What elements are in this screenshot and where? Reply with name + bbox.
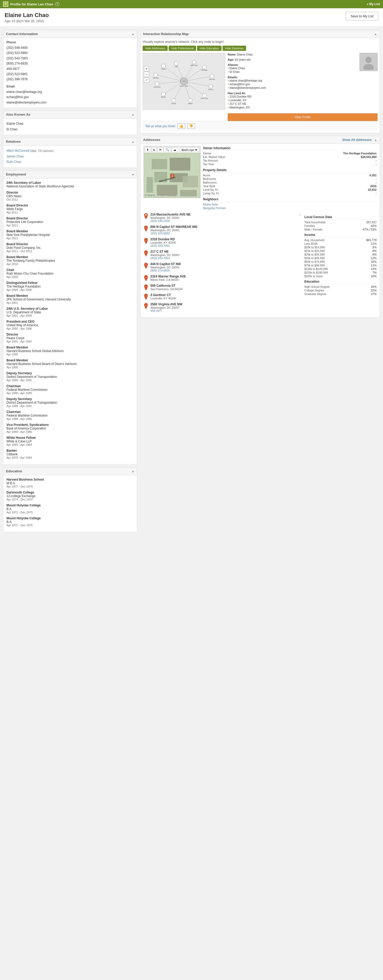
addresses-collapse-arrow[interactable]: ▲ bbox=[374, 138, 377, 142]
svg-point-21 bbox=[202, 65, 206, 69]
rmi-address-list: 2318 Dundee RD Louisville, KY 217 C ST N… bbox=[228, 95, 378, 109]
contact-info-header: Contact Information ▲ bbox=[3, 30, 137, 38]
map-btn-search[interactable]: 🔍 bbox=[164, 147, 171, 152]
zoom-fit-btn[interactable]: ⤢ bbox=[144, 78, 149, 83]
my-list-link[interactable]: « My List bbox=[367, 2, 380, 6]
rmi-name-section: Name: Elaine Chao bbox=[228, 53, 378, 56]
neighbor-1[interactable]: Elisha Sulai bbox=[203, 203, 377, 206]
pin-icon-6: 6 bbox=[144, 275, 148, 281]
aka-2: El Chao bbox=[6, 127, 134, 132]
emp-entry-3: Board Director Wells Fargo Apr 2011 bbox=[6, 204, 134, 214]
prop-acres: Acres 0.251 bbox=[203, 174, 377, 177]
hide-education-btn[interactable]: Hide Education bbox=[197, 46, 222, 51]
zoom-in-btn[interactable]: + bbox=[144, 66, 149, 71]
addr-item-9: 9 2500 Virginia AVE NW Washington, DC 20… bbox=[144, 302, 302, 312]
aka-collapse-arrow[interactable]: ▲ bbox=[132, 113, 134, 116]
relatives-card: Relatives ▲ Mitch McConnell (Age: 74) (s… bbox=[3, 138, 137, 168]
map-btn-n[interactable]: N bbox=[151, 147, 157, 152]
income-75-99: $75k to $99,999 11% bbox=[304, 264, 377, 267]
aka-body: Elaine Chao El Chao bbox=[3, 118, 137, 135]
relative-mitch-link[interactable]: Mitch McConnell bbox=[6, 149, 29, 153]
thumbs-down-button[interactable]: 👎 bbox=[187, 123, 195, 129]
hide-professional-btn[interactable]: Hide Professional bbox=[168, 46, 196, 51]
emp-entry-14: Board Member Harvard Business School Glo… bbox=[6, 345, 134, 356]
relationship-map-body: Visually explore anyone's network. Click… bbox=[141, 38, 380, 133]
rmi-aliases-list: Elaine Chao El Chao bbox=[228, 66, 378, 73]
hide-relatives-btn[interactable]: Hide Relatives bbox=[222, 46, 246, 51]
map-btn-mail[interactable]: ✉ bbox=[157, 147, 163, 152]
address-map-visual[interactable]: ⬆ N ✉ 🔍 ☁ Bird's eye ▼ bbox=[144, 146, 200, 198]
svg-point-31 bbox=[172, 98, 176, 102]
income-200plus: $200k or more 10% bbox=[304, 275, 377, 278]
emp-entry-5: Board Member New York Presbyterian Hospi… bbox=[6, 229, 134, 240]
pin-icon-1: 1 bbox=[144, 213, 148, 220]
census-row-families: Families 42% bbox=[304, 224, 377, 228]
relatives-collapse-arrow[interactable]: ▲ bbox=[132, 140, 134, 143]
income-10k: Less $10K 11% bbox=[304, 242, 377, 245]
income-35-49: $35k to $49,999 12% bbox=[304, 256, 377, 260]
help-icon[interactable]: ? bbox=[55, 2, 59, 6]
owner-info-owner: Owner Information Owner The Heritage Fou… bbox=[203, 146, 377, 166]
relative-ruth-link[interactable]: Ruth Chao bbox=[6, 160, 21, 164]
left-column: Contact Information ▲ Phone (202) 546-44… bbox=[3, 30, 137, 532]
svg-rect-44 bbox=[170, 158, 190, 170]
thumbs-up-button[interactable]: 👍 bbox=[178, 123, 185, 129]
zoom-out-btn[interactable]: − bbox=[144, 72, 149, 77]
emp-entry-4: Board Director Protective Life Corporati… bbox=[6, 216, 134, 227]
svg-rect-47 bbox=[146, 177, 153, 192]
census-row-households: Total households 257,317 bbox=[304, 221, 377, 224]
emp-entry-8: Chair Ruth Mulan Chu Chao Foundation Apr… bbox=[6, 268, 134, 278]
svg-text:Dole Food: Dole Food bbox=[209, 79, 215, 80]
education-body: Harvard Business School M.B.A. Apr 1977 … bbox=[3, 475, 137, 532]
phone-1: (202) 546-4400 bbox=[6, 45, 134, 50]
svg-rect-49 bbox=[157, 185, 178, 195]
edu-graduate: Graduate Degree 27% bbox=[304, 293, 377, 296]
rel-map-visual[interactable]: Elaine Chao bbox=[143, 53, 225, 110]
map-btn-up[interactable]: ⬆ bbox=[145, 147, 151, 152]
emp-entry-21: White House Fellow White & Case LLP Apr … bbox=[6, 436, 134, 446]
aka-1: Elaine Chao bbox=[6, 121, 134, 127]
birds-eye-btn[interactable]: Bird's eye ▼ bbox=[180, 147, 199, 152]
top-bar: P Profile for Elaine Lan Chao ? « My Lis… bbox=[0, 0, 383, 8]
email-label: Email bbox=[6, 85, 134, 88]
profile-photo bbox=[359, 53, 378, 71]
collapse-arrow[interactable]: ▲ bbox=[132, 32, 134, 36]
rmi-aliases-section: Aliases: Elaine Chao El Chao bbox=[228, 63, 378, 73]
addr-item-8: 8 3 Gardiner CT Louisville, KY 40205 bbox=[144, 293, 302, 300]
rmi-emails-list: elaine.chao@heritage.org echao@fmc.gov e… bbox=[228, 79, 378, 89]
phone-list: (202) 546-4400 (202) 523-5860 (202) 543-… bbox=[6, 45, 134, 82]
show-all-addresses-link[interactable]: Show All Addresses bbox=[342, 138, 372, 142]
aka-values: Elaine Chao El Chao bbox=[6, 121, 134, 132]
edu-entry-3: Mount Holyoke College B.A. Apr 1971 - De… bbox=[6, 504, 134, 514]
svg-text:1: 1 bbox=[146, 215, 146, 216]
tell-us-link[interactable]: Tell us what you think! bbox=[145, 124, 175, 128]
education-card: Education ▲ Harvard Business School M.B.… bbox=[3, 467, 137, 532]
svg-point-23 bbox=[210, 74, 214, 78]
neighbor-2[interactable]: Margarita Porman bbox=[203, 207, 377, 210]
map-btn-cloud[interactable]: ☁ bbox=[172, 147, 178, 152]
addresses-card: Addresses Show All Addresses ▲ ⬆ N ✉ 🔍 bbox=[140, 136, 380, 318]
relative-james-link[interactable]: James Chao bbox=[6, 154, 24, 158]
save-to-list-button[interactable]: Save to My List bbox=[346, 12, 378, 21]
addresses-header: Addresses Show All Addresses ▲ bbox=[141, 136, 380, 144]
employment-collapse-arrow[interactable]: ▲ bbox=[132, 173, 134, 176]
rel-map-collapse-arrow[interactable]: ▲ bbox=[374, 32, 377, 36]
relationship-map-header: Interactive Relationship Map ▲ bbox=[141, 30, 380, 38]
emp-entry-6: Board Director Dole Food Company, Inc. A… bbox=[6, 242, 134, 253]
employment-header: Employment ▲ bbox=[3, 170, 137, 178]
tell-us-bar: Tell us what you think! 👍 👎 bbox=[143, 121, 378, 131]
relatives-header: Relatives ▲ bbox=[3, 138, 137, 146]
network-svg: Elaine Chao bbox=[143, 53, 225, 110]
hide-addresses-btn[interactable]: Hide Addresses bbox=[143, 46, 168, 51]
header-section: Elaine Lan Chao Age: 63 (Born Mar 26, 19… bbox=[0, 8, 383, 27]
addr-item-4: 4 217 C ST NE Washington, DC 20002 (202)… bbox=[144, 250, 302, 260]
income-50-74: $50k to $74,999 16% bbox=[304, 260, 377, 263]
relative-2: James Chao bbox=[6, 154, 134, 159]
pin-icon-3: 3 bbox=[144, 238, 148, 244]
education-collapse-arrow[interactable]: ▲ bbox=[132, 469, 134, 473]
view-profile-button[interactable]: View Profile bbox=[228, 113, 378, 121]
rmi-email-2: echao@fmc.gov bbox=[228, 82, 378, 86]
svg-text:FMC: FMC bbox=[175, 66, 178, 67]
addr-arrow-1[interactable]: › bbox=[299, 213, 302, 217]
svg-text:James Chao: James Chao bbox=[153, 86, 161, 88]
